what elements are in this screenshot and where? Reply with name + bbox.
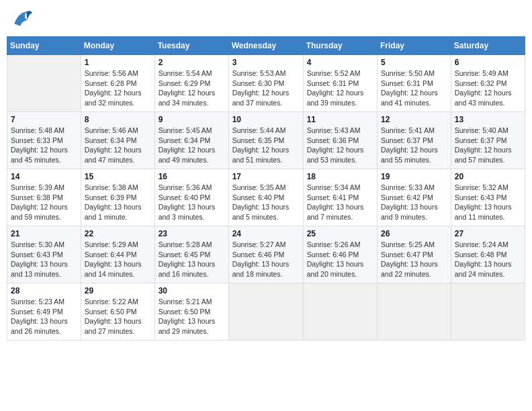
day-number: 7 — [11, 115, 77, 124]
day-info: Sunrise: 5:56 AM Sunset: 6:28 PM Dayligh… — [85, 68, 151, 108]
calendar-cell: 28Sunrise: 5:23 AM Sunset: 6:49 PM Dayli… — [7, 283, 81, 340]
calendar-cell: 21Sunrise: 5:30 AM Sunset: 6:43 PM Dayli… — [7, 226, 81, 283]
calendar-cell: 7Sunrise: 5:48 AM Sunset: 6:33 PM Daylig… — [7, 112, 81, 169]
calendar-cell — [228, 283, 303, 340]
calendar-cell: 27Sunrise: 5:24 AM Sunset: 6:48 PM Dayli… — [451, 226, 525, 283]
logo — [9, 7, 36, 31]
calendar-cell: 18Sunrise: 5:34 AM Sunset: 6:41 PM Dayli… — [303, 169, 377, 226]
calendar-cell: 2Sunrise: 5:54 AM Sunset: 6:29 PM Daylig… — [154, 55, 228, 112]
day-info: Sunrise: 5:36 AM Sunset: 6:40 PM Dayligh… — [159, 183, 225, 222]
day-number: 16 — [159, 172, 225, 181]
weekday-header-sunday: Sunday — [7, 37, 81, 55]
day-info: Sunrise: 5:39 AM Sunset: 6:38 PM Dayligh… — [11, 183, 77, 222]
day-number: 3 — [232, 58, 300, 67]
calendar-cell: 11Sunrise: 5:43 AM Sunset: 6:36 PM Dayli… — [303, 112, 377, 169]
calendar-cell: 3Sunrise: 5:53 AM Sunset: 6:30 PM Daylig… — [228, 55, 303, 112]
calendar-cell: 16Sunrise: 5:36 AM Sunset: 6:40 PM Dayli… — [154, 169, 228, 226]
day-number: 26 — [381, 229, 447, 238]
day-info: Sunrise: 5:40 AM Sunset: 6:37 PM Dayligh… — [455, 126, 521, 165]
day-number: 13 — [455, 115, 521, 124]
weekday-header-friday: Friday — [378, 37, 451, 55]
day-number: 29 — [85, 286, 151, 295]
day-number: 9 — [159, 115, 225, 124]
day-number: 8 — [85, 115, 151, 124]
day-number: 2 — [159, 58, 225, 67]
day-number: 18 — [307, 172, 373, 181]
day-number: 27 — [455, 229, 521, 238]
weekday-header-monday: Monday — [81, 37, 154, 55]
calendar-cell: 6Sunrise: 5:49 AM Sunset: 6:32 PM Daylig… — [451, 55, 525, 112]
day-number: 10 — [232, 115, 300, 124]
day-number: 30 — [159, 286, 225, 295]
calendar-cell: 1Sunrise: 5:56 AM Sunset: 6:28 PM Daylig… — [81, 55, 154, 112]
calendar-cell: 15Sunrise: 5:38 AM Sunset: 6:39 PM Dayli… — [81, 169, 154, 226]
weekday-header-wednesday: Wednesday — [228, 37, 303, 55]
day-number: 4 — [307, 58, 373, 67]
day-info: Sunrise: 5:27 AM Sunset: 6:46 PM Dayligh… — [232, 240, 300, 279]
day-info: Sunrise: 5:25 AM Sunset: 6:47 PM Dayligh… — [381, 240, 447, 279]
calendar-cell: 22Sunrise: 5:29 AM Sunset: 6:44 PM Dayli… — [81, 226, 154, 283]
day-number: 17 — [232, 172, 300, 181]
day-number: 5 — [381, 58, 447, 67]
day-info: Sunrise: 5:21 AM Sunset: 6:50 PM Dayligh… — [159, 297, 225, 336]
day-info: Sunrise: 5:48 AM Sunset: 6:33 PM Dayligh… — [11, 126, 77, 165]
calendar-table: SundayMondayTuesdayWednesdayThursdayFrid… — [7, 36, 525, 340]
day-number: 28 — [11, 286, 77, 295]
day-info: Sunrise: 5:29 AM Sunset: 6:44 PM Dayligh… — [85, 240, 151, 279]
day-info: Sunrise: 5:54 AM Sunset: 6:29 PM Dayligh… — [159, 68, 225, 108]
calendar-cell — [451, 283, 525, 340]
calendar-cell — [303, 283, 377, 340]
day-info: Sunrise: 5:52 AM Sunset: 6:31 PM Dayligh… — [307, 68, 373, 108]
calendar-cell: 17Sunrise: 5:35 AM Sunset: 6:40 PM Dayli… — [228, 169, 303, 226]
logo-icon — [9, 7, 34, 31]
weekday-header-row: SundayMondayTuesdayWednesdayThursdayFrid… — [7, 37, 525, 55]
weekday-header-thursday: Thursday — [303, 37, 377, 55]
day-number: 14 — [11, 172, 77, 181]
day-info: Sunrise: 5:26 AM Sunset: 6:46 PM Dayligh… — [307, 240, 373, 279]
day-info: Sunrise: 5:49 AM Sunset: 6:32 PM Dayligh… — [455, 68, 521, 108]
calendar-cell: 14Sunrise: 5:39 AM Sunset: 6:38 PM Dayli… — [7, 169, 81, 226]
day-info: Sunrise: 5:22 AM Sunset: 6:50 PM Dayligh… — [85, 297, 151, 336]
calendar-cell: 24Sunrise: 5:27 AM Sunset: 6:46 PM Dayli… — [228, 226, 303, 283]
weekday-header-tuesday: Tuesday — [154, 37, 228, 55]
day-info: Sunrise: 5:32 AM Sunset: 6:43 PM Dayligh… — [455, 183, 521, 222]
week-row-2: 7Sunrise: 5:48 AM Sunset: 6:33 PM Daylig… — [7, 112, 525, 169]
weekday-header-saturday: Saturday — [451, 37, 525, 55]
calendar-cell — [7, 55, 81, 112]
day-info: Sunrise: 5:24 AM Sunset: 6:48 PM Dayligh… — [455, 240, 521, 279]
calendar-cell: 30Sunrise: 5:21 AM Sunset: 6:50 PM Dayli… — [154, 283, 228, 340]
day-info: Sunrise: 5:44 AM Sunset: 6:35 PM Dayligh… — [232, 126, 300, 165]
week-row-1: 1Sunrise: 5:56 AM Sunset: 6:28 PM Daylig… — [7, 55, 525, 112]
calendar-cell: 25Sunrise: 5:26 AM Sunset: 6:46 PM Dayli… — [303, 226, 377, 283]
day-info: Sunrise: 5:28 AM Sunset: 6:45 PM Dayligh… — [159, 240, 225, 279]
week-row-4: 21Sunrise: 5:30 AM Sunset: 6:43 PM Dayli… — [7, 226, 525, 283]
day-info: Sunrise: 5:38 AM Sunset: 6:39 PM Dayligh… — [85, 183, 151, 222]
day-number: 15 — [85, 172, 151, 181]
day-number: 23 — [159, 229, 225, 238]
calendar-cell: 19Sunrise: 5:33 AM Sunset: 6:42 PM Dayli… — [378, 169, 451, 226]
day-number: 12 — [381, 115, 447, 124]
calendar-cell — [378, 283, 451, 340]
day-info: Sunrise: 5:35 AM Sunset: 6:40 PM Dayligh… — [232, 183, 300, 222]
day-number: 22 — [85, 229, 151, 238]
day-info: Sunrise: 5:50 AM Sunset: 6:31 PM Dayligh… — [381, 68, 447, 108]
day-number: 19 — [381, 172, 447, 181]
calendar-cell: 9Sunrise: 5:45 AM Sunset: 6:34 PM Daylig… — [154, 112, 228, 169]
calendar-cell: 13Sunrise: 5:40 AM Sunset: 6:37 PM Dayli… — [451, 112, 525, 169]
day-info: Sunrise: 5:46 AM Sunset: 6:34 PM Dayligh… — [85, 126, 151, 165]
calendar-cell: 20Sunrise: 5:32 AM Sunset: 6:43 PM Dayli… — [451, 169, 525, 226]
calendar-cell: 4Sunrise: 5:52 AM Sunset: 6:31 PM Daylig… — [303, 55, 377, 112]
day-number: 6 — [455, 58, 521, 67]
day-number: 20 — [455, 172, 521, 181]
day-info: Sunrise: 5:41 AM Sunset: 6:37 PM Dayligh… — [381, 126, 447, 165]
day-info: Sunrise: 5:30 AM Sunset: 6:43 PM Dayligh… — [11, 240, 77, 279]
day-number: 1 — [85, 58, 151, 67]
calendar-cell: 10Sunrise: 5:44 AM Sunset: 6:35 PM Dayli… — [228, 112, 303, 169]
week-row-5: 28Sunrise: 5:23 AM Sunset: 6:49 PM Dayli… — [7, 283, 525, 340]
day-info: Sunrise: 5:43 AM Sunset: 6:36 PM Dayligh… — [307, 126, 373, 165]
day-number: 25 — [307, 229, 373, 238]
calendar-cell: 29Sunrise: 5:22 AM Sunset: 6:50 PM Dayli… — [81, 283, 154, 340]
day-info: Sunrise: 5:53 AM Sunset: 6:30 PM Dayligh… — [232, 68, 300, 108]
calendar-cell: 12Sunrise: 5:41 AM Sunset: 6:37 PM Dayli… — [378, 112, 451, 169]
day-number: 21 — [11, 229, 77, 238]
